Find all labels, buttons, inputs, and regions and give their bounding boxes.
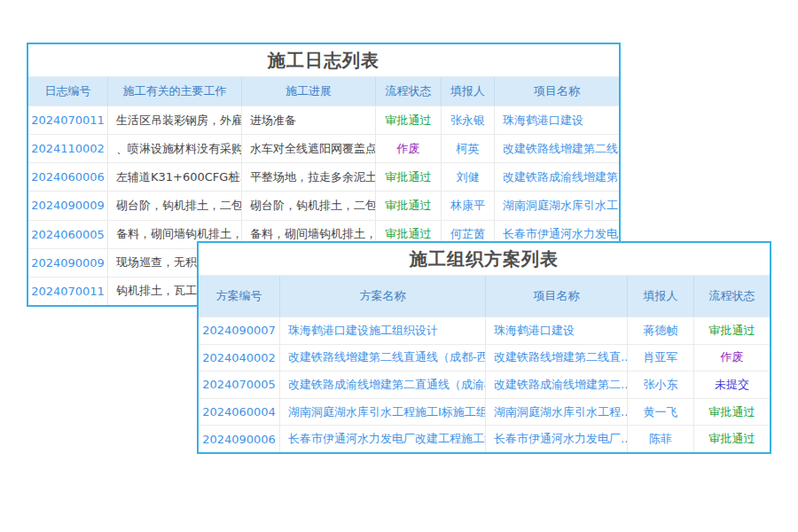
column-header-reporter: 填报人 [628, 276, 694, 317]
table-row: 2024090007 珠海鹤港口建设施工组织设计 珠海鹤港口建设 蒋德帧 审批通… [199, 317, 770, 344]
cell-log-id[interactable]: 2024090009 [28, 249, 108, 277]
cell-progress: 平整场地，拉走多余泥土... [242, 163, 376, 191]
cell-reporter: 蒋德帧 [628, 317, 694, 344]
column-header-log-id: 日志编号 [28, 77, 108, 106]
cell-main-work: 、喷淋设施材料没有采购... [108, 135, 242, 162]
table-row: 2024110002 、喷淋设施材料没有采购... 水车对全线遮阳网覆盖点...… [28, 134, 619, 162]
cell-plan-name[interactable]: 湖南洞庭湖水库引水工程施工I标施工组织... [280, 399, 486, 426]
cell-progress: 进场准备 [242, 106, 376, 134]
cell-reporter: 刘健 [442, 163, 495, 191]
column-header-main-work: 施工有关的主要工作 [108, 77, 242, 106]
cell-plan-name[interactable]: 改建铁路成渝线增建第二直通线（成渝枢... [280, 372, 486, 398]
table-row: 2024040002 改建铁路线增建第二线直通线（成都-西... 改建铁路线增建… [199, 344, 770, 372]
cell-progress: 砌台阶，钩机排土，二包... [242, 192, 376, 219]
cell-progress: 水车对全线遮阳网覆盖点... [242, 135, 376, 162]
cell-reporter: 张小东 [628, 372, 694, 398]
cell-reporter: 黄一飞 [628, 399, 694, 426]
cell-status: 作废 [376, 135, 442, 162]
column-header-project: 项目名称 [495, 77, 619, 106]
cell-reporter: 陈菲 [628, 426, 694, 452]
cell-plan-id[interactable]: 2024040002 [199, 345, 280, 372]
cell-status: 审批通过 [694, 426, 770, 452]
cell-log-id[interactable]: 2024060005 [28, 221, 108, 248]
cell-plan-id[interactable]: 2024090007 [199, 317, 280, 344]
column-header-plan-name: 方案名称 [280, 276, 486, 317]
cell-reporter: 肖亚军 [628, 345, 694, 372]
column-header-project: 项目名称 [486, 276, 628, 317]
cell-project: 湖南洞庭湖水库引水工... [495, 192, 619, 219]
cell-plan-name[interactable]: 改建铁路线增建第二线直通线（成都-西... [280, 345, 486, 372]
table-row: 2024070005 改建铁路成渝线增建第二直通线（成渝枢... 改建铁路成渝线… [199, 371, 770, 398]
log-table-header-row: 日志编号 施工有关的主要工作 施工进展 流程状态 填报人 项目名称 [28, 77, 619, 106]
column-header-status: 流程状态 [694, 276, 770, 317]
column-header-plan-id: 方案编号 [199, 276, 280, 317]
cell-plan-name[interactable]: 长春市伊通河水力发电厂改建工程施工组... [280, 426, 486, 452]
cell-project: 改建铁路线增建第二线... [495, 135, 619, 162]
cell-status: 作废 [694, 345, 770, 372]
table-row: 2024090009 砌台阶，钩机排土，二包... 砌台阶，钩机排土，二包...… [28, 191, 619, 219]
cell-log-id[interactable]: 2024070011 [28, 106, 108, 134]
cell-reporter: 张永银 [442, 106, 495, 134]
cell-project: 改建铁路成渝线增建第... [495, 163, 619, 191]
cell-status: 审批通过 [694, 317, 770, 344]
column-header-progress: 施工进展 [242, 77, 376, 106]
cell-log-id[interactable]: 2024110002 [28, 135, 108, 162]
cell-main-work: 生活区吊装彩钢房，外雇... [108, 106, 242, 134]
log-table-title: 施工日志列表 [28, 44, 619, 77]
cell-main-work: 砌台阶，钩机排土，二包... [108, 192, 242, 219]
cell-project: 改建铁路成渝线增建第二... [486, 372, 628, 398]
column-header-status: 流程状态 [376, 77, 442, 106]
construction-plan-table: 施工组织方案列表 方案编号 方案名称 项目名称 填报人 流程状态 2024090… [197, 241, 771, 454]
cell-project: 珠海鹤港口建设 [486, 317, 628, 344]
cell-project: 长春市伊通河水力发电厂... [486, 426, 628, 452]
cell-project: 珠海鹤港口建设 [495, 106, 619, 134]
cell-plan-name[interactable]: 珠海鹤港口建设施工组织设计 [280, 317, 486, 344]
table-row: 2024070011 生活区吊装彩钢房，外雇... 进场准备 审批通过 张永银 … [28, 106, 619, 134]
cell-project: 湖南洞庭湖水库引水工程... [486, 399, 628, 426]
cell-plan-id[interactable]: 2024090006 [199, 426, 280, 452]
cell-reporter: 林康平 [442, 192, 495, 219]
cell-status: 未提交 [694, 372, 770, 398]
cell-status: 审批通过 [376, 106, 442, 134]
plan-table-title: 施工组织方案列表 [199, 243, 770, 276]
cell-log-id[interactable]: 2024090009 [28, 192, 108, 219]
cell-plan-id[interactable]: 2024070005 [199, 372, 280, 398]
cell-status: 审批通过 [694, 399, 770, 426]
cell-reporter: 柯英 [442, 135, 495, 162]
cell-log-id[interactable]: 2024060006 [28, 163, 108, 191]
cell-status: 审批通过 [376, 163, 442, 191]
table-row: 2024090006 长春市伊通河水力发电厂改建工程施工组... 长春市伊通河水… [199, 425, 770, 452]
cell-project: 改建铁路线增建第二线直... [486, 345, 628, 372]
cell-plan-id[interactable]: 2024060004 [199, 399, 280, 426]
cell-status: 审批通过 [376, 192, 442, 219]
cell-log-id[interactable]: 2024070011 [28, 278, 108, 305]
table-row: 2024060004 湖南洞庭湖水库引水工程施工I标施工组织... 湖南洞庭湖水… [199, 398, 770, 426]
plan-table-header-row: 方案编号 方案名称 项目名称 填报人 流程状态 [199, 276, 770, 317]
cell-main-work: 左辅道K31+600CFG桩... [108, 163, 242, 191]
table-row: 2024060006 左辅道K31+600CFG桩... 平整场地，拉走多余泥土… [28, 162, 619, 191]
column-header-reporter: 填报人 [442, 77, 495, 106]
